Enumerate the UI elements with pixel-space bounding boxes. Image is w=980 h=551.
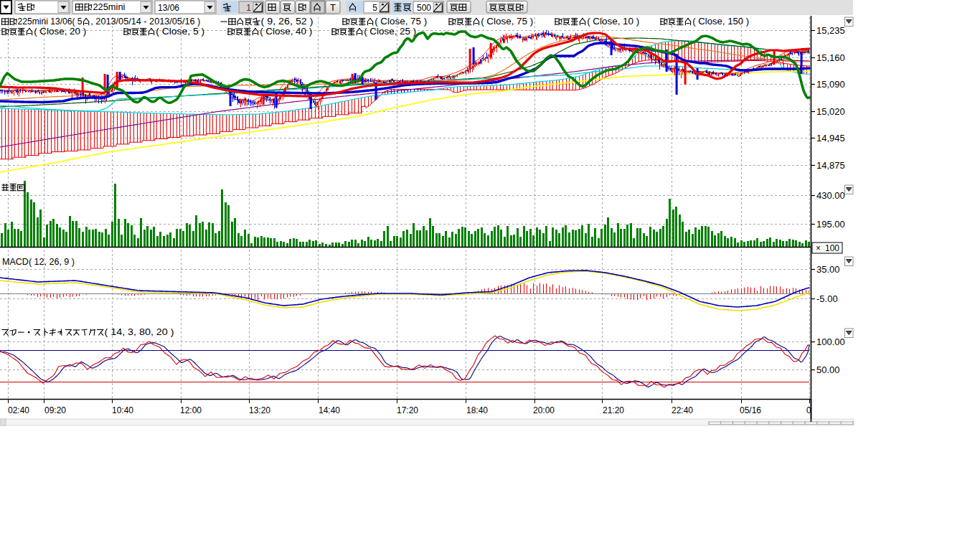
svg-text:-5.00: -5.00 [816,293,838,304]
svg-text:( Close, 10 ): ( Close, 10 ) [587,17,639,27]
svg-text:09:20: 09:20 [44,405,66,415]
svg-text:( Close, 75 ): ( Close, 75 ) [481,17,533,27]
svg-text:35.00: 35.00 [816,264,840,275]
svg-text:20:00: 20:00 [533,405,555,415]
svg-text:500: 500 [417,3,431,13]
svg-text:( Close, 5 ): ( Close, 5 ) [156,27,204,37]
svg-text:5: 5 [372,3,377,13]
svg-text:10:40: 10:40 [112,405,133,415]
svg-text:, 2013/05/14 - 2013/05/16 ): , 2013/05/14 - 2013/05/16 ) [90,17,200,27]
svg-text:( Close, 150 ): ( Close, 150 ) [692,17,749,27]
svg-text:50.00: 50.00 [816,364,840,375]
svg-text:05/16: 05/16 [740,405,761,415]
svg-text:T: T [330,2,336,13]
svg-text:17:20: 17:20 [397,405,418,415]
svg-text:( 9, 26, 52 ): ( 9, 26, 52 ) [261,17,314,27]
svg-text:×: × [816,243,821,253]
svg-text:195.00: 195.00 [816,219,845,230]
svg-text:1: 1 [246,3,251,13]
svg-text:18:40: 18:40 [466,405,488,415]
svg-text:14,945: 14,945 [816,133,845,143]
svg-text:12:00: 12:00 [180,405,202,415]
svg-text:( 14, 3, 80, 20 ): ( 14, 3, 80, 20 ) [105,327,174,337]
svg-text:( Close, 40 ): ( Close, 40 ) [260,27,312,37]
svg-text:14:40: 14:40 [319,405,340,415]
svg-text:13:20: 13:20 [249,405,270,415]
svg-text:100: 100 [825,243,839,253]
svg-text:21:20: 21:20 [603,405,624,415]
svg-text:100.00: 100.00 [816,336,845,347]
svg-text:430.00: 430.00 [816,190,845,201]
svg-text:( Close, 25 ): ( Close, 25 ) [364,27,416,37]
svg-text:15,235: 15,235 [816,25,845,36]
svg-text:225mini 13/06( 5: 225mini 13/06( 5 [18,17,83,27]
svg-text:( Close, 20 ): ( Close, 20 ) [34,27,86,37]
svg-text:( Close, 75 ): ( Close, 75 ) [374,17,427,27]
svg-text:14,875: 14,875 [816,160,845,171]
svg-text:22:40: 22:40 [672,405,693,415]
svg-text:13/06: 13/06 [158,3,179,13]
svg-text:MACD( 12, 26, 9 ): MACD( 12, 26, 9 ) [2,257,75,267]
svg-text:02:40: 02:40 [8,405,29,415]
svg-text:15,090: 15,090 [816,79,845,90]
svg-text:15,160: 15,160 [816,52,845,63]
svg-text:15,020: 15,020 [816,106,845,117]
svg-text:225mini: 225mini [93,2,125,12]
